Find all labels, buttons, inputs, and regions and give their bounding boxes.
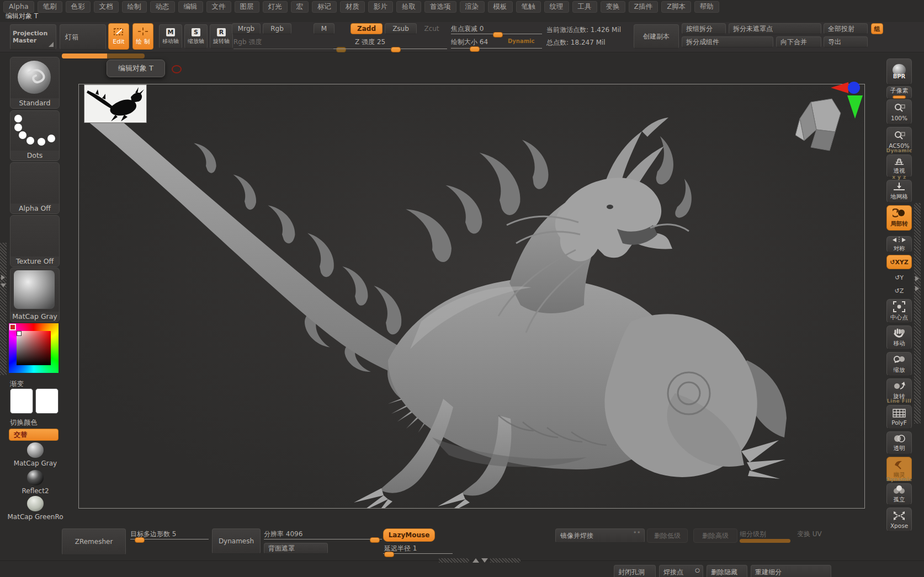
menu-item-笔触[interactable]: 笔触 — [516, 1, 541, 13]
menu-item-笔刷[interactable]: 笔刷 — [38, 1, 62, 13]
group-button[interactable]: 组 — [871, 23, 883, 34]
zsub-button[interactable]: Zsub — [385, 23, 417, 34]
shelf-button-100pct[interactable]: 100% — [886, 99, 912, 125]
delete-lower-button[interactable]: 删除低级 — [647, 528, 688, 543]
subdiv-level-slider[interactable] — [740, 539, 790, 543]
shelf-button-z[interactable]: ↺Z — [886, 285, 912, 297]
lightbox-button[interactable]: 灯箱 — [60, 24, 106, 50]
zremesher-button[interactable]: ZRemesher — [62, 528, 126, 555]
zadd-button[interactable]: Zadd — [351, 23, 383, 34]
menu-item-色彩[interactable]: 色彩 — [66, 1, 91, 13]
shelf-button-polyf[interactable]: PolyF — [886, 405, 912, 429]
target-polygons-slider[interactable] — [130, 537, 209, 542]
menu-item-编辑[interactable]: 编辑 — [178, 1, 203, 13]
shelf-button-xyz[interactable]: ↺XYZ — [886, 255, 912, 269]
sculpt-canvas[interactable] — [78, 84, 865, 509]
gizmo-s-axis-button[interactable]: S缩放轴 — [184, 24, 208, 49]
shelf-button-bpr[interactable]: BPR — [886, 58, 912, 85]
shelf-button-缩放[interactable]: 缩放 — [886, 352, 912, 376]
mirror-and-weld-button[interactable]: 镜像并焊接 ∗∗ — [555, 528, 645, 543]
split-by-groups-button[interactable]: 按组拆分 — [682, 23, 726, 34]
menu-item-Alpha[interactable]: Alpha — [3, 1, 34, 13]
shelf-button-对称[interactable]: 对称 — [886, 236, 912, 253]
tray-thumb-standard[interactable]: Standard — [10, 57, 60, 109]
delete-hidden-button[interactable]: 删除隐藏 — [707, 565, 747, 577]
left-tray-scrollbar[interactable] — [0, 243, 7, 375]
rgb-button[interactable]: Rgb — [263, 23, 291, 34]
shelf-button-孤立[interactable]: 孤立 — [886, 483, 912, 505]
menu-item-动态[interactable]: 动态 — [150, 1, 175, 13]
menu-item-Z插件[interactable]: Z插件 — [629, 1, 659, 13]
tray-thumb-dots[interactable]: Dots — [10, 110, 60, 161]
secondary-color-swatch[interactable] — [35, 388, 59, 414]
tray-arrow-icon[interactable] — [1, 275, 5, 280]
mrgb-button[interactable]: Mrgb — [232, 23, 261, 34]
tray-resize-handle[interactable] — [490, 558, 521, 563]
tray-collapse-down-icon[interactable] — [481, 558, 488, 563]
menu-item-渲染[interactable]: 渲染 — [460, 1, 485, 13]
split-to-parts-button[interactable]: 拆分成组件 — [682, 36, 773, 47]
menu-item-图层[interactable]: 图层 — [235, 1, 259, 13]
menu-item-工具[interactable]: 工具 — [572, 1, 597, 13]
right-shelf-scrollbar[interactable] — [914, 203, 921, 424]
color-gradient-square[interactable] — [17, 331, 51, 365]
rgb-intensity-slider[interactable] — [233, 46, 347, 52]
shelf-arrow-icon[interactable] — [915, 286, 919, 291]
menu-item-首选项[interactable]: 首选项 — [424, 1, 456, 13]
shelf-button-移动[interactable]: 移动 — [886, 325, 912, 350]
delete-higher-button[interactable]: 删除高级 — [693, 528, 737, 543]
menu-item-文件[interactable]: 文件 — [206, 1, 231, 13]
main-color-swatch[interactable] — [10, 388, 33, 414]
resolution-slider[interactable] — [264, 537, 382, 542]
hue-selector[interactable] — [9, 324, 16, 330]
menu-item-文档[interactable]: 文档 — [94, 1, 119, 13]
tray-collapse-up-icon[interactable] — [472, 558, 479, 563]
material-item-matcap-greenro[interactable]: MatCap GreenRo — [3, 496, 67, 521]
dynamesh-button[interactable]: Dynamesh — [212, 528, 261, 554]
material-item-reflect2[interactable]: Reflect2 — [3, 470, 67, 494]
backface-mask-button[interactable]: 背面遮罩 — [264, 543, 328, 554]
uv-map-label[interactable]: 变换 UV — [797, 530, 822, 539]
shelf-button-局部转[interactable]: 局部转 — [886, 205, 912, 231]
weld-points-button[interactable]: 焊接点 ○ — [659, 565, 703, 577]
gizmo-r-axis-button[interactable]: R旋转轴 — [210, 24, 233, 49]
projection-master-button[interactable]: Projection Master — [10, 24, 56, 50]
z-intensity-slider[interactable] — [333, 46, 447, 52]
shelf-button-y[interactable]: ↺Y — [886, 271, 912, 284]
draw-button[interactable]: 绘 制 — [132, 23, 153, 50]
gizmo-m-axis-button[interactable]: M移动轴 — [159, 24, 182, 49]
tray-thumb-texture-off[interactable]: Texture Off — [10, 215, 60, 267]
menu-item-材质[interactable]: 材质 — [340, 1, 365, 13]
shelf-button-xpose[interactable]: Xpose — [886, 507, 912, 532]
menu-item-标记[interactable]: 标记 — [312, 1, 337, 13]
tray-thumb-matcap-gray[interactable]: MatCap Gray — [10, 268, 60, 322]
menu-item-纹理[interactable]: 纹理 — [544, 1, 569, 13]
menu-item-宏[interactable]: 宏 — [291, 1, 309, 13]
merge-down-button[interactable]: 向下合并 — [776, 36, 821, 47]
shelf-button-透明[interactable]: 透明 — [886, 431, 912, 455]
lazy-radius-slider[interactable] — [383, 551, 453, 557]
axis-gizmo[interactable] — [830, 81, 865, 120]
zcut-button[interactable]: Zcut — [419, 23, 444, 34]
menu-item-帮助[interactable]: 帮助 — [694, 1, 719, 13]
duplicate-button[interactable]: 创建副本 — [634, 24, 679, 49]
shelf-arrow-icon[interactable] — [915, 276, 919, 281]
menu-item-灯光[interactable]: 灯光 — [263, 1, 288, 13]
shelf-button-子像素[interactable]: 子像素 — [886, 86, 912, 99]
draw-size-slider[interactable] — [451, 46, 542, 51]
menu-item-拾取[interactable]: 拾取 — [396, 1, 421, 13]
edit-button[interactable]: Edit — [108, 23, 129, 50]
focal-shift-slider[interactable] — [451, 31, 542, 37]
sv-selector[interactable] — [17, 331, 22, 336]
menu-item-影片[interactable]: 影片 — [368, 1, 393, 13]
shelf-button-地网格[interactable]: 地网格 — [886, 180, 912, 203]
lazymouse-button[interactable]: LazyMouse — [383, 528, 435, 542]
reconstruct-subdiv-button[interactable]: 重建细分 — [751, 565, 831, 577]
menu-item-Z脚本[interactable]: Z脚本 — [661, 1, 691, 13]
color-picker[interactable] — [9, 323, 59, 373]
alternate-color-button[interactable]: 交替 — [9, 429, 59, 441]
tray-arrow-icon[interactable] — [1, 284, 6, 287]
menu-item-模板[interactable]: 模板 — [488, 1, 513, 13]
tray-thumb-alpha-off[interactable]: Alpha Off — [10, 162, 60, 214]
close-holes-button[interactable]: 封闭孔洞 — [614, 565, 656, 577]
